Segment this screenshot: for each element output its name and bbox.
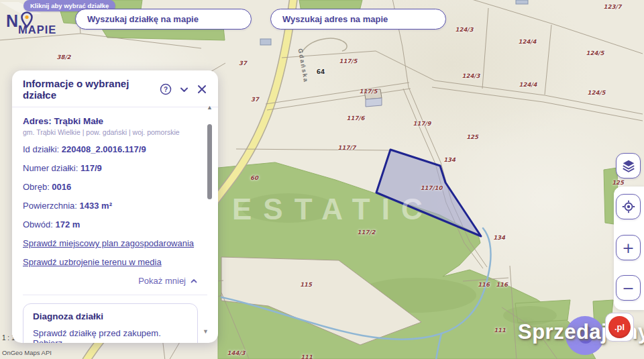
parcel-info-panel: Informacje o wybranej działce ? Adres: T… [12,70,218,343]
parcel-number-label: 134 [493,234,505,241]
close-icon[interactable] [195,83,209,96]
chevron-up-icon [190,277,198,285]
parcel-number-label: 124/3 [462,72,480,79]
map-attribution: OnGeo Maps API [2,349,52,356]
pl-badge: .pl [605,313,634,342]
panel-scrollbar[interactable] [207,124,212,199]
parcel-number-label: 117/10 [421,185,443,191]
plus-icon: + [622,240,634,256]
parcel-number-label: 125 [612,179,624,186]
parcel-number-label: 117/9 [413,120,431,127]
parcel-address-sub: gm. Trąbki Wielkie | pow. gdański | woj.… [23,128,198,136]
parcel-number-label: 115 [300,281,312,288]
zoom-in-button[interactable]: + [616,235,641,260]
estatic-watermark: ESTATIC [232,193,434,226]
zoom-out-button[interactable]: − [616,275,641,301]
parcel-info-row: Obręb: 0016 [23,181,198,193]
pl-badge-icon: .pl [608,316,631,338]
search-address-button[interactable]: Wyszukaj adres na mapie [270,9,446,30]
search-parcel-button[interactable]: Wyszukaj działkę na mapie [75,9,252,30]
parcel-number-label: 124/4 [519,38,537,45]
parcel-number-label: 60 [250,174,258,181]
diagnosis-body: Sprawdź działkę przed zakupem. Pobierz [33,328,188,343]
show-less-label: Pokaż mniej [138,276,186,286]
parcel-number-label: 144/3 [227,350,246,356]
locate-icon [621,199,636,214]
parcel-info-row: Numer działki: 117/9 [23,162,198,174]
parcel-number-label: 117/5 [360,88,378,95]
panel-header: Informacje o wybranej działce ? [12,70,218,107]
parcel-number-label: 124/3 [455,26,474,33]
namapie-logo[interactable]: N MAPIE [5,11,59,38]
parcel-number-label: 116 [496,281,508,288]
parcel-number-label: 124/4 [519,81,537,88]
parcel-number-label: 123/7 [604,3,622,10]
parcel-number-label: 111 [494,327,506,334]
link-utilities[interactable]: Sprawdź uzbrojenie terenu w media [23,256,198,268]
parcel-number-label: 124/5 [588,89,606,96]
diagnosis-card[interactable]: Diagnoza działki Sprawdź działkę przed z… [23,303,198,343]
road-loop [302,38,347,52]
parcel-info-row: Id działki: 220408_2.0016.117/9 [23,144,198,155]
show-less-button[interactable]: Pokaż mniej [23,276,198,286]
logo-text-mapie: MAPIE [18,23,56,36]
logo-text-n: N [6,11,18,31]
parcel-number-label: 134 [443,156,455,163]
parcel-number-label: 37 [251,96,259,103]
parcel-number-label: 37 [239,60,247,66]
panel-title: Informacje o wybranej działce [23,78,154,101]
parcel-number-label: 125 [466,134,478,140]
parcel-number-label: 38/2 [57,54,71,60]
parcel-number-label: 117/7 [338,144,356,151]
parcel-number-label: 64 [317,68,325,75]
parcel-details: Id działki: 220408_2.0016.117/9Numer dzi… [23,144,198,230]
parcel-number-label: 124/5 [586,50,604,56]
locate-button[interactable] [616,194,641,219]
parcel-number-label: 116 [478,281,490,288]
svg-text:?: ? [164,86,168,93]
parcel-number-label: 117/6 [347,115,365,121]
parcel-number-label: 111 [301,354,313,359]
diagnosis-title: Diagnoza działki [33,311,188,321]
help-icon[interactable]: ? [159,83,172,96]
parcel-address: Adres: Trąbki Małe [23,116,198,126]
parcel-number-label: 117/5 [339,58,358,64]
collapse-chevron-icon[interactable] [177,83,191,96]
panel-body: Adres: Trąbki Małe gm. Trąbki Wielkie | … [12,107,218,343]
panel-divider [23,295,207,295]
parcel-number-label: 117/2 [358,229,376,236]
scroll-down-icon[interactable]: ▼ [203,328,209,335]
layers-icon [621,158,636,173]
app-window: ESTATIC 38/2373764117/5117/5117/6117/711… [0,0,644,359]
parcel-info-row: Obwód: 172 m [23,219,198,230]
minus-icon: − [622,280,634,297]
link-zoning-plan[interactable]: Sprawdź miejscowy plan zagospodarowania [23,238,198,249]
scroll-up-icon[interactable]: ▲ [207,104,213,111]
parcel-info-row: Powierzchnia: 1433 m² [23,200,198,211]
layers-button[interactable] [616,153,641,178]
